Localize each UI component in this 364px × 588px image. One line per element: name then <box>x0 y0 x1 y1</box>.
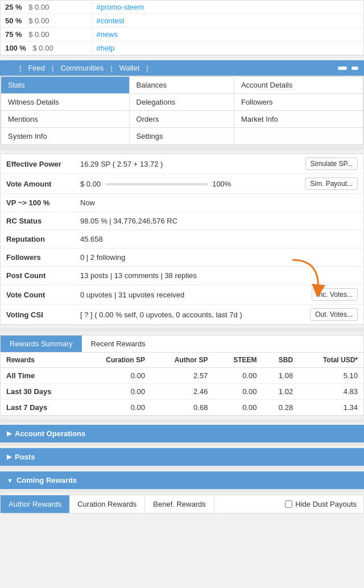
menu-item-followers[interactable]: Followers <box>234 94 363 111</box>
pct-cell: 25 % $ 0.00 <box>1 1 92 14</box>
rewards-cell: 1.02 <box>263 384 299 400</box>
rewards-tabs: Rewards SummaryRecent Rewards <box>1 336 363 353</box>
pct-cell: 75 % $ 0.00 <box>1 28 92 42</box>
tag-cell[interactable]: #contest <box>92 14 363 28</box>
collapsible-account-operations[interactable]: ▶Account Operations <box>0 425 364 442</box>
stats-label: RC Status <box>6 217 80 225</box>
vote-slider[interactable] <box>105 183 208 185</box>
rewards-row: Last 30 Days0.002.460.001.024.83 <box>1 384 363 400</box>
stats-value: 45.658 <box>80 235 358 243</box>
collapsible-posts[interactable]: ▶Posts <box>0 448 364 466</box>
menu-item-orders[interactable]: Orders <box>129 111 234 128</box>
bottom-tab-author-rewards[interactable]: Author Rewards <box>1 495 69 513</box>
steem-button[interactable] <box>338 67 347 70</box>
rewards-cell: 0.00 <box>80 400 151 416</box>
menu-item-market-info[interactable]: Market Info <box>234 111 363 128</box>
collapsible-coming-rewards[interactable]: ▼Coming Rewards <box>0 471 364 489</box>
rewards-tab-recent-rewards[interactable]: Recent Rewards <box>82 336 155 352</box>
rewards-col-header: Total USD* <box>299 353 363 368</box>
stats-label: Effective Power <box>6 160 80 168</box>
stats-section: Effective Power16.29 SP ( 2.57 + 13.72 )… <box>0 154 364 325</box>
rewards-cell: 5.10 <box>299 368 363 384</box>
stats-value: [ ? ] ( 0.00 % self, 0 upvotes, 0 accoun… <box>80 310 305 319</box>
rewards-cell: 2.57 <box>151 368 213 384</box>
stats-label: Reputation <box>6 235 80 243</box>
table-row: 75 % $ 0.00 #news <box>1 28 363 42</box>
nav-link-feed[interactable]: Feed <box>28 64 45 72</box>
rewards-cell: 1.08 <box>263 368 299 384</box>
rewards-tab-rewards-summary[interactable]: Rewards Summary <box>1 336 82 352</box>
rewards-cell: 4.83 <box>299 384 363 400</box>
stats-row: Reputation45.658 <box>1 230 363 249</box>
stats-label: Followers <box>6 253 80 262</box>
table-row: 50 % $ 0.00 #contest <box>1 14 363 28</box>
stats-label: VP ~> 100 % <box>6 198 80 207</box>
nav-link-communities[interactable]: Communities <box>60 64 104 72</box>
orange-arrow-icon <box>287 257 326 297</box>
rewards-row: All Time0.002.570.001.085.10 <box>1 368 363 384</box>
stats-label: Vote Amount <box>6 180 80 188</box>
stats-label: Post Count <box>6 271 80 280</box>
nav-bar: | Feed|Communities|Wallet| <box>0 60 364 76</box>
collapsible-arrow-icon: ▶ <box>7 453 11 461</box>
rewards-cell: 0.68 <box>151 400 213 416</box>
bottom-tab-benef.-rewards[interactable]: Benef. Rewards <box>145 495 214 513</box>
rewards-cell: All Time <box>1 368 80 384</box>
collapsible-label: Posts <box>15 453 35 461</box>
tag-cell[interactable]: #help <box>92 42 363 55</box>
rewards-cell: 0.00 <box>213 384 262 400</box>
table-row: 25 % $ 0.00 #promo-steem <box>1 1 363 14</box>
stats-value: 98.05 % | 34,776,246,576 RC <box>80 217 358 225</box>
tag-cell[interactable]: #news <box>92 28 363 42</box>
collapsible-arrow-icon: ▶ <box>7 430 11 437</box>
menu-item-settings[interactable]: Settings <box>129 128 234 145</box>
hide-dust-label: Hide Dust Payouts <box>295 500 357 508</box>
menu-grid: StatsBalancesAccount DetailsWitness Deta… <box>0 76 364 146</box>
more-options-button[interactable] <box>351 67 358 70</box>
hide-dust-checkbox[interactable] <box>285 500 292 508</box>
stats-value: 16.29 SP ( 2.57 + 13.72 ) <box>80 160 301 168</box>
bottom-tab-curation-rewards[interactable]: Curation Rewards <box>69 495 145 513</box>
pct-cell: 50 % $ 0.00 <box>1 14 92 28</box>
stats-row: Vote Count0 upvotes | 31 upvotes receive… <box>1 285 363 305</box>
stats-row: Effective Power16.29 SP ( 2.57 + 13.72 )… <box>1 154 363 174</box>
rewards-table: RewardsCuration SPAuthor SPSTEEMSBDTotal… <box>1 353 363 415</box>
out-votes-button[interactable]: Out. Votes... <box>310 308 358 321</box>
nav-separator: | <box>19 64 21 72</box>
bottom-tab-bar: Author RewardsCuration RewardsBenef. Rew… <box>0 495 364 514</box>
table-row: 100 % $ 0.00 #help <box>1 42 363 55</box>
sim-payout-button[interactable]: Sim. Payout... <box>305 177 358 190</box>
stats-value: 0 upvotes | 31 upvotes received <box>80 291 307 299</box>
rewards-cell: 2.46 <box>151 384 213 400</box>
tag-cell[interactable]: #promo-steem <box>92 1 363 14</box>
rewards-cell: 0.00 <box>80 384 151 400</box>
menu-item-delegations[interactable]: Delegations <box>129 94 234 111</box>
menu-item-witness-details[interactable]: Witness Details <box>1 94 130 111</box>
menu-item-mentions[interactable]: Mentions <box>1 111 130 128</box>
nav-link-wallet[interactable]: Wallet <box>119 64 140 72</box>
rewards-col-header: Author SP <box>151 353 213 368</box>
stats-row: VP ~> 100 %Now <box>1 194 363 212</box>
rewards-cell: 0.28 <box>263 400 299 416</box>
pct-cell: 100 % $ 0.00 <box>1 42 92 55</box>
simulate-sp-button[interactable]: Simulate SP... <box>305 158 358 170</box>
rewards-cell: Last 7 Days <box>1 400 80 416</box>
menu-item-system-info[interactable]: System Info <box>1 128 130 145</box>
stats-value: Now <box>80 198 358 207</box>
stats-row: Vote Amount$ 0.00100%Sim. Payout... <box>1 174 363 194</box>
menu-item-stats[interactable]: Stats <box>1 77 130 94</box>
hide-dust-payouts-area[interactable]: Hide Dust Payouts <box>278 495 363 513</box>
rewards-cell: 0.00 <box>80 368 151 384</box>
collapsible-label: Account Operations <box>15 429 85 438</box>
menu-item-account-details[interactable]: Account Details <box>234 77 363 94</box>
rewards-col-header: STEEM <box>213 353 262 368</box>
top-table: 25 % $ 0.00 #promo-steem 50 % $ 0.00 #co… <box>0 0 364 56</box>
nav-links: Feed|Communities|Wallet| <box>28 64 148 72</box>
stats-value: $ 0.00100% <box>80 180 300 188</box>
rewards-summary: Rewards SummaryRecent Rewards RewardsCur… <box>0 335 364 416</box>
rewards-cell: 0.00 <box>213 400 262 416</box>
menu-item-balances[interactable]: Balances <box>129 77 234 94</box>
stats-row: RC Status98.05 % | 34,776,246,576 RC <box>1 212 363 230</box>
rewards-cell: Last 30 Days <box>1 384 80 400</box>
collapsible-arrow-icon: ▼ <box>7 477 13 484</box>
